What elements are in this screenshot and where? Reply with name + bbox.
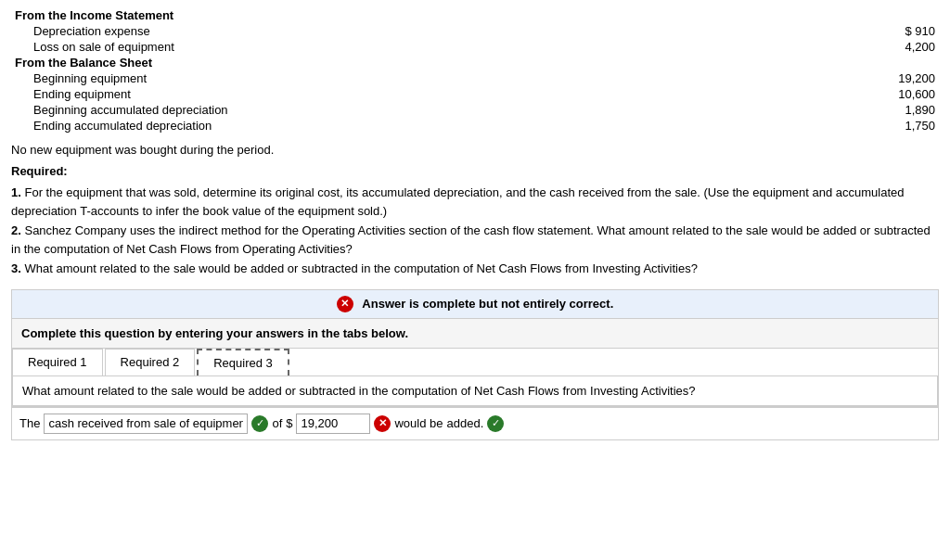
tab-content-text: What amount related to the sale would be…: [22, 384, 696, 398]
questions-section: 1. For the equipment that was sold, dete…: [11, 184, 939, 278]
answer-header: ✕ Answer is complete but not entirely co…: [12, 290, 938, 319]
check-icon-2: ✓: [487, 415, 504, 432]
tabs-row: Required 1 Required 2 Required 3: [12, 349, 938, 376]
depreciation-label: Depreciation expense: [11, 23, 661, 39]
answer-header-text: Answer is complete but not entirely corr…: [362, 296, 613, 310]
required-label: Required:: [11, 164, 939, 178]
beg-equipment-value: 19,200: [661, 70, 939, 86]
question-1: 1. For the equipment that was sold, dete…: [11, 184, 939, 220]
end-equipment-value: 10,600: [661, 86, 939, 102]
tab-required-2[interactable]: Required 2: [105, 349, 196, 375]
of-label: of: [272, 416, 282, 430]
answer-body: Complete this question by entering your …: [12, 319, 938, 348]
question-3: 3. What amount related to the sale would…: [11, 260, 939, 278]
beg-equipment-label: Beginning equipment: [11, 70, 661, 86]
cash-received-input[interactable]: [44, 414, 248, 434]
tab-required-3[interactable]: Required 3: [197, 349, 289, 375]
beg-accum-value: 1,890: [661, 102, 939, 118]
end-accum-label: Ending accumulated depreciation: [11, 118, 661, 134]
complete-text: Complete this question by entering your …: [21, 326, 408, 340]
beg-accum-label: Beginning accumulated depreciation: [11, 102, 661, 118]
would-be-label: would be: [394, 416, 443, 430]
financial-data-table: From the Income Statement Depreciation e…: [11, 7, 939, 134]
end-accum-value: 1,750: [661, 118, 939, 134]
amount-input[interactable]: [296, 414, 370, 434]
depreciation-value: $ 910: [661, 23, 939, 39]
bottom-answer-row: The ✓ of $ ✕ would be added. ✓: [11, 407, 939, 440]
tab-content: What amount related to the sale would be…: [12, 376, 938, 406]
loss-value: 4,200: [661, 39, 939, 55]
error-icon: ✕: [337, 296, 353, 312]
loss-label: Loss on sale of equipment: [11, 39, 661, 55]
added-label: added.: [447, 416, 484, 430]
tab-required-1[interactable]: Required 1: [12, 349, 103, 375]
balance-sheet-header: From the Balance Sheet: [11, 55, 661, 70]
check-icon-1: ✓: [251, 415, 268, 432]
no-equipment-text: No new equipment was bought during the p…: [11, 143, 939, 157]
answer-box: ✕ Answer is complete but not entirely co…: [11, 289, 939, 349]
income-statement-header: From the Income Statement: [11, 7, 661, 23]
the-label: The: [19, 416, 40, 430]
question-2: 2. Sanchez Company uses the indirect met…: [11, 222, 939, 258]
end-equipment-label: Ending equipment: [11, 86, 661, 102]
dollar-sign: $: [286, 416, 292, 430]
error-icon-2: ✕: [374, 415, 391, 432]
